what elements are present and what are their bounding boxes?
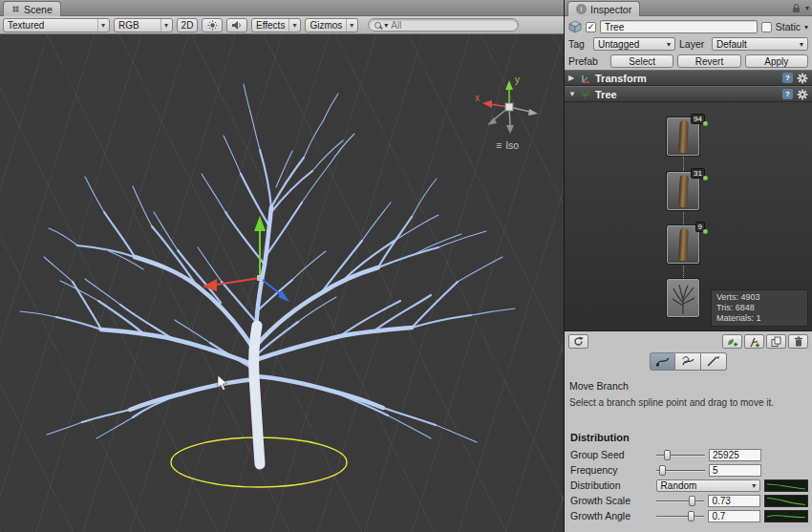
- growth-angle-curve-button[interactable]: [764, 510, 808, 522]
- gizmos-dropdown[interactable]: Gizmos ▾: [305, 18, 358, 32]
- slider-thumb[interactable]: [659, 465, 666, 476]
- gameobject-header: ✓ Tree Static ▾ Tag Untagged ▾ Layer Def…: [565, 16, 812, 71]
- info-icon: i: [576, 4, 587, 14]
- transform-component-header[interactable]: ▶ Transform ?: [565, 70, 812, 86]
- distribution-fields: Group Seed 25925 Frequency 5 Distributio…: [570, 447, 808, 523]
- axis-x-label: x: [475, 93, 480, 103]
- growth-angle-slider[interactable]: [656, 510, 705, 522]
- chevron-down-icon: ▾: [667, 40, 671, 49]
- scene-search-input[interactable]: ▾ All: [368, 18, 519, 32]
- group-seed-slider[interactable]: [656, 449, 705, 461]
- axis-cone[interactable]: [506, 125, 514, 134]
- copy-icon: [771, 336, 781, 348]
- frequency-row: Frequency 5: [570, 462, 808, 478]
- frequency-value[interactable]: 5: [709, 464, 761, 477]
- branch-thumbnail: [678, 228, 689, 261]
- tab-inspector[interactable]: i Inspector: [567, 1, 640, 16]
- leaf-plus-icon: [726, 336, 738, 348]
- slider-thumb[interactable]: [689, 496, 695, 506]
- gameobject-cube-icon: [568, 20, 582, 33]
- help-icon[interactable]: ?: [782, 73, 793, 83]
- prefab-select-button[interactable]: Select: [610, 54, 673, 68]
- growth-angle-value[interactable]: 0.7: [708, 510, 760, 522]
- panel-menu-icon[interactable]: ▾: [805, 4, 809, 12]
- growth-angle-label: Growth Angle: [570, 510, 656, 521]
- scene-viewport[interactable]: y x ≡ Iso: [0, 34, 564, 532]
- projection-mode-label[interactable]: ≡ Iso: [496, 139, 519, 151]
- branch-plus-icon: [748, 336, 760, 348]
- mesh-stats-overlay: Verts: 4903 Tris: 6848 Materials: 1: [711, 289, 808, 327]
- foldout-icon[interactable]: ▼: [568, 90, 576, 98]
- growth-angle-row: Growth Angle 0.7: [570, 508, 808, 523]
- inspector-panel: i Inspector ▾ ✓ Tree: [564, 0, 812, 532]
- freehand-pencil-icon: [706, 355, 721, 368]
- add-branch-group-button[interactable]: [744, 334, 764, 349]
- move-spline-icon: [655, 355, 671, 368]
- axis-x-cone[interactable]: [482, 100, 492, 108]
- inspector-tab-label: Inspector: [590, 4, 631, 15]
- frequency-slider[interactable]: [656, 464, 705, 477]
- name-input[interactable]: Tree: [600, 20, 758, 33]
- branch-group-node[interactable]: 31: [667, 172, 699, 210]
- tree-root-node[interactable]: [667, 279, 699, 317]
- cursor-icon: [218, 375, 226, 391]
- growth-scale-row: Growth Scale 0.73: [570, 493, 808, 508]
- active-checkbox[interactable]: ✓: [586, 22, 596, 32]
- axis-cone[interactable]: [528, 109, 538, 116]
- shading-mode-dropdown[interactable]: Textured ▾: [3, 18, 110, 32]
- branch-group-node[interactable]: 9: [667, 225, 699, 264]
- group-seed-row: Group Seed 25925: [570, 447, 808, 462]
- add-leaf-group-button[interactable]: [722, 334, 742, 349]
- growth-scale-value[interactable]: 0.73: [708, 495, 760, 507]
- duplicate-node-button[interactable]: [766, 334, 786, 349]
- transform-icon: [580, 73, 591, 84]
- chevron-down-icon: ▾: [97, 19, 105, 32]
- scene-tab-label: Scene: [24, 4, 53, 15]
- foldout-icon[interactable]: ▶: [568, 74, 576, 82]
- tree-node-graph: 94 31 9 Verts: 4903 Tris: 6848 Materials…: [565, 102, 812, 331]
- audio-toggle-button[interactable]: [226, 18, 247, 32]
- gear-icon[interactable]: [797, 73, 808, 84]
- axis-y-cone[interactable]: [505, 80, 513, 90]
- branch-tool-group: [565, 352, 812, 371]
- slider-thumb[interactable]: [688, 511, 694, 521]
- prefab-revert-button[interactable]: Revert: [677, 54, 740, 68]
- tree-icon: [580, 89, 591, 100]
- help-icon[interactable]: ?: [782, 89, 793, 99]
- growth-scale-slider[interactable]: [656, 495, 705, 507]
- rotate-spline-icon: [680, 355, 695, 368]
- speaker-icon: [231, 20, 243, 31]
- prefab-apply-button[interactable]: Apply: [745, 54, 808, 68]
- distribution-curve-button[interactable]: [764, 479, 808, 492]
- effects-dropdown[interactable]: Effects ▾: [251, 18, 301, 32]
- tree-component-header[interactable]: ▼ Tree ?: [565, 86, 812, 102]
- refresh-button[interactable]: [568, 334, 588, 349]
- move-branch-tool[interactable]: [650, 352, 675, 371]
- distribution-dropdown[interactable]: Random ▾: [656, 479, 761, 492]
- lighting-toggle-button[interactable]: [202, 18, 223, 32]
- branch-group-node[interactable]: 94: [667, 117, 699, 156]
- tag-dropdown[interactable]: Untagged ▾: [593, 37, 675, 51]
- distribution-row: Distribution Random ▾: [570, 478, 808, 493]
- tab-scene[interactable]: Scene: [3, 1, 61, 16]
- axis-center-cube[interactable]: [505, 103, 513, 111]
- freehand-branch-tool[interactable]: [701, 352, 727, 371]
- stats-materials: Materials: 1: [716, 313, 802, 324]
- lock-icon[interactable]: [792, 3, 801, 13]
- delete-node-button[interactable]: [788, 334, 808, 349]
- rotate-branch-tool[interactable]: [675, 352, 701, 371]
- tool-helpbox: Move Branch Select a branch spline point…: [569, 380, 807, 408]
- growth-scale-curve-button[interactable]: [764, 495, 808, 507]
- static-dropdown-icon[interactable]: ▾: [804, 23, 808, 32]
- layer-dropdown[interactable]: Default ▾: [712, 37, 808, 51]
- trash-icon: [794, 336, 803, 347]
- translate-gizmo[interactable]: [203, 216, 289, 302]
- iso-lines-icon: ≡: [496, 139, 502, 151]
- static-checkbox[interactable]: [761, 22, 772, 32]
- slider-thumb[interactable]: [664, 450, 671, 460]
- gear-icon[interactable]: [797, 89, 808, 100]
- unity-editor-window: Scene Textured ▾ RGB ▾ 2D: [0, 0, 812, 532]
- group-seed-value[interactable]: 25925: [709, 449, 761, 461]
- render-channel-dropdown[interactable]: RGB ▾: [114, 18, 173, 32]
- 2d-toggle-button[interactable]: 2D: [177, 18, 198, 32]
